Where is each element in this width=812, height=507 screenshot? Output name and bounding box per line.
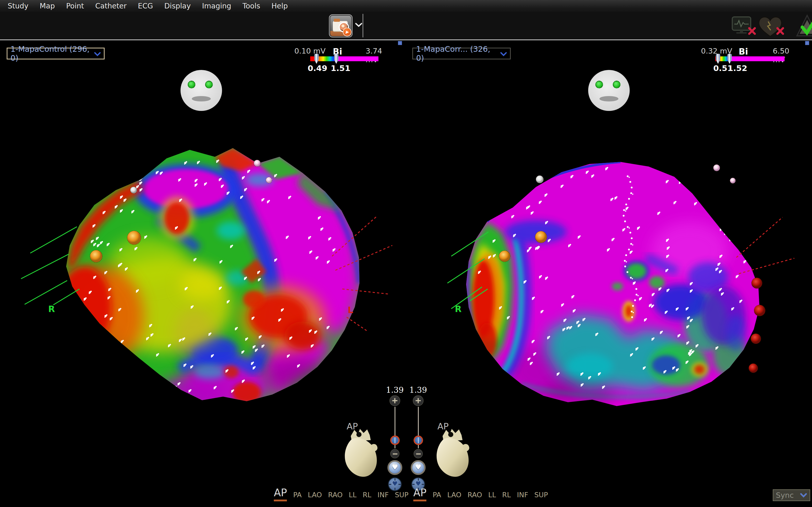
- orientation-heart-right[interactable]: [437, 429, 469, 477]
- menu-item-catheter[interactable]: Catheter: [95, 2, 126, 10]
- center-heart-button[interactable]: ♥: [388, 460, 402, 475]
- orientation-button-sup[interactable]: SUP: [534, 491, 548, 501]
- toolbar-separator: [0, 40, 812, 40]
- menu-item-help[interactable]: Help: [271, 2, 288, 10]
- orange-tag[interactable]: [499, 250, 510, 262]
- white-tag[interactable]: [536, 175, 544, 183]
- heart-icon: ♥: [412, 480, 424, 487]
- sync-label: Sync: [776, 491, 794, 500]
- map-viewport-left[interactable]: R L: [21, 144, 392, 412]
- record-play-badge-icon: ▶: [343, 28, 352, 36]
- menu-item-ecg[interactable]: ECG: [138, 2, 153, 10]
- scale-min-label: 0.10 mV: [294, 47, 325, 55]
- sync-dropdown[interactable]: Sync: [773, 489, 810, 501]
- zoom-value: 1.39: [406, 385, 430, 395]
- pink-tag[interactable]: [266, 177, 272, 183]
- red-tag[interactable]: [751, 334, 761, 344]
- scale-type-label: Bi: [739, 47, 748, 57]
- zoom-slider-thumb[interactable]: [414, 436, 423, 445]
- menu-item-tools[interactable]: Tools: [243, 2, 260, 10]
- color-scale-right: 0.32 mV Bi 6.50 mV 0.51 1.52: [699, 47, 802, 75]
- zoom-out-button[interactable]: [414, 449, 423, 458]
- pink-tag[interactable]: [713, 165, 720, 171]
- red-tag[interactable]: [752, 278, 762, 288]
- orientation-button-rao[interactable]: RAO: [328, 491, 343, 501]
- scale-low-handle[interactable]: [314, 54, 319, 64]
- scale-high-handle[interactable]: [334, 54, 339, 64]
- ecg-monitor-disconnected-icon[interactable]: [732, 17, 755, 34]
- orientation-button-ap[interactable]: AP: [413, 487, 426, 501]
- view-label-left: AP: [347, 421, 358, 432]
- orientation-button-ll[interactable]: LL: [488, 491, 496, 501]
- face-eye-icon: [188, 81, 195, 89]
- orientation-button-inf[interactable]: INF: [377, 491, 389, 501]
- chevron-down-icon: [94, 49, 101, 58]
- face-mouth-icon: [192, 96, 211, 102]
- toolbar: ▶: [0, 12, 812, 40]
- menu-item-study[interactable]: Study: [8, 2, 29, 10]
- menu-item-point[interactable]: Point: [66, 2, 84, 10]
- pink-tag[interactable]: [730, 178, 735, 183]
- status-icon-group: [730, 12, 812, 39]
- orientation-button-pa[interactable]: PA: [433, 491, 441, 501]
- left-side-label: L: [348, 305, 353, 315]
- orange-tag[interactable]: [127, 231, 141, 245]
- scale-max-label: 6.50 mV: [773, 47, 802, 64]
- map-selector-value: 1-MapaCorr... (326, 0): [416, 45, 500, 62]
- chevron-down-icon: [800, 491, 807, 500]
- face-eye-icon: [613, 81, 620, 89]
- map-selector-left[interactable]: 1-MapaControl (296, 0): [7, 48, 105, 59]
- red-tag[interactable]: [754, 305, 765, 316]
- center-heart-button[interactable]: ♥: [411, 460, 425, 475]
- chevron-down-icon: [500, 49, 507, 58]
- face-eye-icon: [595, 81, 603, 89]
- right-side-label: R: [48, 304, 55, 314]
- orientation-heart-left[interactable]: [345, 429, 377, 477]
- heart-icon: ♥: [412, 463, 424, 471]
- orientation-button-ap[interactable]: AP: [274, 487, 287, 501]
- viewport-handle-icon[interactable]: [398, 41, 402, 45]
- orientation-buttons-right: APPALAORAOLLRLINFSUP: [413, 487, 548, 501]
- toolbar-divider: [362, 14, 363, 38]
- right-side-label: R: [455, 304, 461, 314]
- orientation-button-ll[interactable]: LL: [349, 491, 356, 501]
- face-mouth-icon: [600, 96, 618, 102]
- menu-item-map[interactable]: Map: [40, 2, 55, 10]
- pink-tag[interactable]: [254, 160, 260, 167]
- scale-low-handle[interactable]: [716, 54, 720, 64]
- chevron-down-icon[interactable]: [355, 22, 362, 29]
- viewport-handle-icon[interactable]: [805, 41, 809, 45]
- zoom-in-button[interactable]: [413, 395, 423, 406]
- zoom-control-left: 1.39 ♥ ♥: [383, 385, 407, 491]
- zoom-slider-track[interactable]: [395, 407, 395, 448]
- zoom-slider-thumb[interactable]: [390, 436, 400, 445]
- snapshot-button[interactable]: ▶: [329, 14, 353, 38]
- menu-item-imaging[interactable]: Imaging: [202, 2, 231, 10]
- system-check-icon[interactable]: [797, 15, 812, 36]
- orientation-button-lao[interactable]: LAO: [447, 491, 461, 501]
- zoom-in-button[interactable]: [390, 395, 400, 406]
- orientation-button-rl[interactable]: RL: [502, 491, 511, 501]
- orientation-button-pa[interactable]: PA: [293, 491, 302, 501]
- reference-heart-disconnected-icon[interactable]: [759, 17, 783, 36]
- white-tag[interactable]: [130, 187, 137, 193]
- menu-item-display[interactable]: Display: [164, 2, 191, 10]
- orientation-button-rao[interactable]: RAO: [467, 491, 482, 501]
- orientation-button-sup[interactable]: SUP: [395, 491, 408, 501]
- red-tag[interactable]: [749, 363, 758, 373]
- orientation-button-inf[interactable]: INF: [517, 491, 528, 501]
- map-viewport-right[interactable]: R: [447, 154, 794, 412]
- zoom-slider-track[interactable]: [418, 407, 419, 448]
- orientation-button-rl[interactable]: RL: [362, 491, 371, 501]
- color-scale-left: 0.10 mV Bi 3.74 mV 0.49 1.51: [292, 47, 395, 75]
- zoom-out-button[interactable]: [390, 449, 400, 458]
- scale-high-handle[interactable]: [727, 54, 732, 64]
- heart-icon: ♥: [389, 463, 401, 471]
- orientation-button-lao[interactable]: LAO: [308, 491, 322, 501]
- scale-high-value: 1.51: [331, 63, 351, 73]
- map-selector-right[interactable]: 1-MapaCorr... (326, 0): [412, 48, 511, 59]
- map-selector-value: 1-MapaControl (296, 0): [10, 45, 94, 62]
- orange-tag[interactable]: [90, 250, 102, 262]
- orange-tag[interactable]: [535, 231, 547, 243]
- scale-low-value: 0.49: [308, 63, 327, 73]
